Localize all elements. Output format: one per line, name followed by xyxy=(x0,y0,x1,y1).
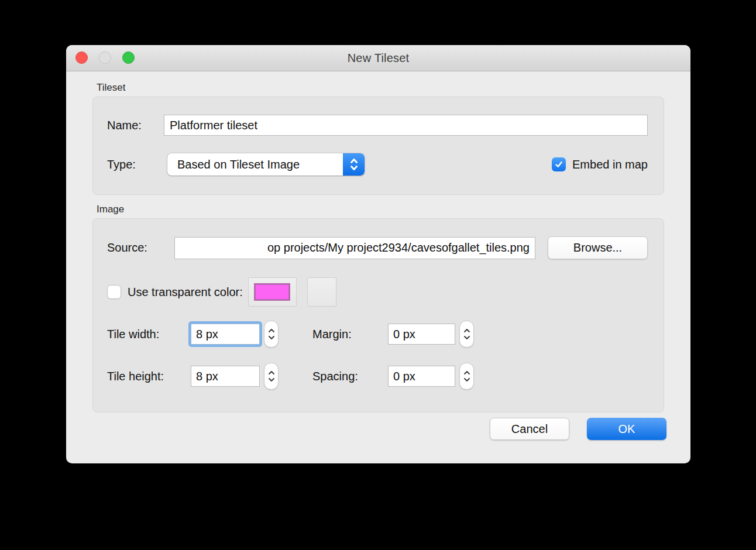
zoom-button[interactable] xyxy=(122,51,135,64)
transparent-color-swatch-button[interactable] xyxy=(248,277,297,307)
type-dropdown[interactable]: Based on Tileset Image xyxy=(167,153,365,176)
close-button[interactable] xyxy=(75,51,88,64)
margin-label: Margin: xyxy=(312,328,388,341)
color-swatch xyxy=(254,283,290,301)
transparent-color-row: Use transparent color: xyxy=(107,277,648,307)
traffic-lights xyxy=(75,51,135,64)
cancel-button[interactable]: Cancel xyxy=(490,418,569,440)
name-input[interactable] xyxy=(164,115,648,136)
tile-height-spacing-row: Tile height: Spacing: xyxy=(107,363,648,390)
embed-in-map-label: Embed in map xyxy=(572,158,648,171)
chevron-up-icon xyxy=(268,370,275,375)
embed-in-map-group: Embed in map xyxy=(552,157,648,171)
chevron-up-icon xyxy=(463,370,470,375)
spacing-label: Spacing: xyxy=(312,370,388,383)
chevron-down-icon xyxy=(463,335,470,340)
tile-width-stepper[interactable] xyxy=(264,321,279,348)
chevron-down-icon xyxy=(463,377,470,382)
chevron-up-down-icon xyxy=(343,153,365,176)
chevron-down-icon xyxy=(268,377,275,382)
type-label: Type: xyxy=(107,158,167,171)
use-transparent-color-checkbox[interactable] xyxy=(107,285,121,299)
name-row: Name: xyxy=(107,115,648,136)
chevron-up-icon xyxy=(268,328,275,333)
tile-height-input[interactable] xyxy=(191,366,260,387)
margin-stepper[interactable] xyxy=(459,321,474,348)
window-title: New Tileset xyxy=(348,51,410,65)
tile-width-margin-row: Tile width: Margin: xyxy=(107,321,648,348)
checkmark-icon xyxy=(554,160,563,169)
tile-width-input[interactable] xyxy=(191,324,260,345)
name-label: Name: xyxy=(107,119,164,132)
dialog-body: Tileset Name: Type: Based on Tileset Ima… xyxy=(66,71,690,464)
tileset-groupbox: Name: Type: Based on Tileset Image xyxy=(92,97,664,195)
type-row: Type: Based on Tileset Image xyxy=(107,153,648,176)
ok-button[interactable]: OK xyxy=(587,418,666,440)
screen-background: New Tileset Tileset Name: Type: Based on… xyxy=(0,0,756,550)
new-tileset-dialog: New Tileset Tileset Name: Type: Based on… xyxy=(66,45,690,463)
tile-width-label: Tile width: xyxy=(107,328,191,341)
type-dropdown-value: Based on Tileset Image xyxy=(167,158,343,171)
titlebar[interactable]: New Tileset xyxy=(66,45,690,71)
source-row: Source: op projects/My project2934/caves… xyxy=(107,236,648,259)
spacing-input[interactable] xyxy=(388,366,455,387)
browse-button[interactable]: Browse... xyxy=(548,236,648,259)
source-path-text: op projects/My project2934/cavesofgallet… xyxy=(267,241,530,255)
tile-height-label: Tile height: xyxy=(107,370,191,383)
color-picker-button[interactable] xyxy=(307,277,336,307)
source-input[interactable]: op projects/My project2934/cavesofgallet… xyxy=(174,237,535,259)
minimize-button xyxy=(99,51,111,64)
margin-input[interactable] xyxy=(388,324,455,345)
spacing-stepper[interactable] xyxy=(459,363,474,390)
use-transparent-color-label: Use transparent color: xyxy=(128,286,243,299)
chevron-down-icon xyxy=(268,335,275,340)
dialog-buttons: Cancel OK xyxy=(490,418,666,440)
image-groupbox: Source: op projects/My project2934/caves… xyxy=(92,218,664,412)
chevron-up-icon xyxy=(463,328,470,333)
embed-in-map-checkbox[interactable] xyxy=(552,157,566,171)
source-label: Source: xyxy=(107,241,174,255)
tileset-section-label: Tileset xyxy=(97,82,664,94)
image-section-label: Image xyxy=(97,204,664,215)
tile-height-stepper[interactable] xyxy=(264,363,279,390)
